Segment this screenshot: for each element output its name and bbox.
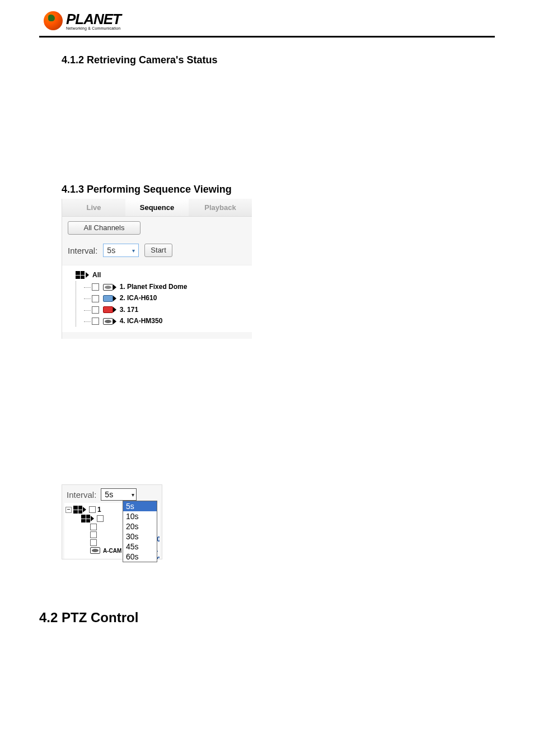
- tab-live[interactable]: Live: [62, 199, 125, 216]
- tree-item[interactable]: 1. Planet Fixed Dome: [84, 281, 246, 292]
- checkbox[interactable]: [92, 295, 99, 302]
- arrow-right-icon: [113, 284, 116, 290]
- brand-logo: PLANET Networking & Communication: [44, 11, 495, 30]
- heading-4-1-2: 4.1.2 Retrieving Camera's Status: [62, 54, 495, 66]
- tree-item[interactable]: 2. ICA-H610: [84, 292, 246, 304]
- tab-sequence[interactable]: Sequence: [125, 199, 189, 216]
- heading-4-2: 4.2 PTZ Control: [39, 610, 495, 626]
- interval-option[interactable]: 60s: [123, 552, 157, 562]
- heading-4-1-3: 4.1.3 Performing Sequence Viewing: [62, 184, 495, 195]
- interval-label: Interval:: [68, 246, 97, 255]
- interval-option[interactable]: 45s: [123, 542, 157, 552]
- interval-dropdown-panel: Interval: 5s ▾ 5s 10s 20s 30s 45s 60s – …: [62, 484, 162, 559]
- tab-playback[interactable]: Playback: [189, 199, 252, 216]
- chevron-down-icon: ▾: [129, 246, 137, 254]
- checkbox[interactable]: [90, 531, 97, 538]
- logo-brand-text: PLANET: [66, 12, 121, 26]
- checkbox[interactable]: [92, 318, 99, 325]
- arrow-right-icon: [91, 516, 94, 521]
- interval-dropdown-list[interactable]: 5s 10s 20s 30s 45s 60s: [123, 501, 157, 562]
- tree-item[interactable]: 4. ICA-HM350: [84, 315, 246, 326]
- arrow-right-icon: [113, 319, 116, 324]
- tree-item[interactable]: 3. 171: [84, 304, 246, 315]
- header-divider: [39, 36, 495, 38]
- tree-node-label: 1: [97, 506, 101, 514]
- grid-icon: [81, 515, 90, 522]
- camera-dome-icon: [90, 547, 100, 554]
- camera-ptz-icon: [103, 306, 113, 313]
- interval-option[interactable]: 5s: [123, 501, 157, 511]
- logo-tagline: Networking & Communication: [66, 26, 121, 30]
- tree-item-label: 1. Planet Fixed Dome: [120, 283, 188, 291]
- tree-partial-label: A-CAM: [103, 548, 121, 554]
- checkbox[interactable]: [90, 539, 97, 546]
- collapse-icon[interactable]: –: [65, 507, 72, 513]
- checkbox[interactable]: [89, 506, 96, 513]
- interval-option[interactable]: 30s: [123, 531, 157, 542]
- interval-option[interactable]: 10s: [123, 511, 157, 521]
- grid-icon: [73, 506, 82, 514]
- camera-box-icon: [103, 295, 113, 302]
- camera-dome-icon: [103, 318, 113, 325]
- grid-icon: [76, 271, 85, 279]
- interval-select[interactable]: 5s ▾: [101, 488, 137, 501]
- checkbox[interactable]: [90, 524, 97, 530]
- all-channels-button[interactable]: All Channels: [68, 221, 140, 235]
- camera-dome-icon: [103, 284, 113, 291]
- sequence-panel: Live Sequence Playback All Channels Inte…: [62, 199, 252, 339]
- arrow-right-icon: [113, 296, 116, 301]
- interval-select-value: 5s: [107, 246, 115, 255]
- arrow-right-icon: [86, 272, 89, 278]
- tree-item-label: 3. 171: [120, 306, 138, 314]
- tree-root-label[interactable]: All: [92, 271, 101, 279]
- arrow-right-icon: [113, 307, 116, 312]
- checkbox[interactable]: [97, 515, 104, 522]
- channel-tree: All 1. Planet Fixed Dome 2. ICA-H610 3. …: [62, 265, 252, 332]
- interval-label: Interval:: [67, 490, 96, 500]
- interval-option[interactable]: 20s: [123, 521, 157, 531]
- arrow-right-icon: [83, 507, 86, 512]
- view-tabs: Live Sequence Playback: [62, 199, 252, 217]
- tree-item-label: 4. ICA-HM350: [120, 317, 163, 325]
- tree-item-label: 2. ICA-H610: [120, 294, 157, 302]
- checkbox[interactable]: [92, 306, 99, 314]
- interval-select[interactable]: 5s ▾: [103, 244, 139, 257]
- interval-select-value: 5s: [105, 490, 113, 499]
- logo-globe-icon: [44, 11, 63, 30]
- checkbox[interactable]: [92, 283, 99, 291]
- start-button[interactable]: Start: [144, 244, 172, 257]
- caret-down-icon: ▾: [132, 492, 134, 498]
